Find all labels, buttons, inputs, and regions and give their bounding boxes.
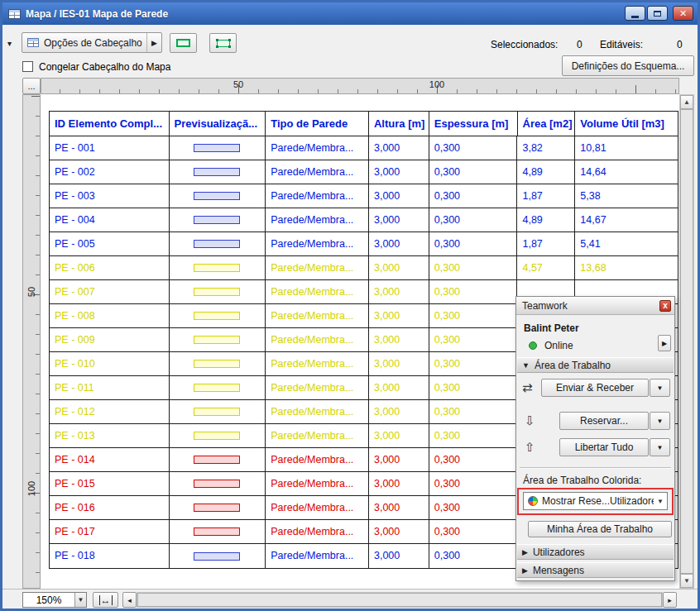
cell-height: 3,000	[369, 520, 429, 543]
wall-preview-swatch	[194, 384, 240, 392]
table-row[interactable]: PE - 005 Parede/Membra... 3,000 0,300 1,…	[50, 232, 678, 256]
h-scroll-thumb[interactable]	[137, 593, 662, 607]
cell-wall-type: Parede/Membra...	[266, 256, 369, 279]
ruler-corner-button[interactable]: ...	[22, 78, 41, 94]
table-row[interactable]: PE - 004 Parede/Membra... 3,000 0,300 4,…	[50, 208, 678, 232]
teamwork-titlebar[interactable]: Teamwork	[516, 297, 674, 315]
workspace-section-header[interactable]: ▼ Área de Trabalho	[517, 357, 674, 373]
cell-height: 3,000	[369, 208, 429, 232]
scroll-up-button[interactable]: ▲	[680, 95, 693, 109]
triangle-right-icon: ▶	[522, 548, 528, 556]
maximize-icon	[654, 11, 661, 17]
scroll-left-button[interactable]: ◂	[122, 592, 137, 608]
release-all-dropdown[interactable]: ▼	[650, 438, 670, 456]
cell-wall-type: Parede/Membra...	[266, 280, 369, 303]
statusbar: 150% ▼ ↔ ◂ ▸	[2, 589, 698, 609]
zoom-select[interactable]: 150% ▼	[22, 592, 87, 608]
cell-preview	[170, 352, 266, 375]
close-button[interactable]: ✕	[673, 6, 693, 21]
marquee-edit-button[interactable]	[209, 33, 237, 53]
cell-preview	[170, 136, 266, 160]
my-workspace-button[interactable]: Minha Área de Trabalho	[528, 521, 672, 537]
pie-icon	[528, 496, 538, 506]
marquee-handle-dot	[216, 45, 218, 48]
cell-preview	[170, 184, 266, 208]
header-cell-thickness[interactable]: Espessura [m]	[429, 112, 518, 136]
table-row[interactable]: PE - 002 Parede/Membra... 3,000 0,300 4,…	[50, 160, 678, 184]
freeze-header-label: Congelar Cabeçalho do Mapa	[39, 61, 170, 73]
messages-section-header[interactable]: ▶ Mensagens	[517, 562, 674, 578]
cell-volume: 14,67	[575, 208, 678, 232]
send-receive-button[interactable]: Enviar & Receber	[541, 379, 649, 397]
maximize-button[interactable]	[647, 6, 668, 21]
wall-preview-swatch	[194, 360, 240, 368]
wall-preview-swatch	[194, 312, 240, 320]
header-cell-area[interactable]: Área [m2]	[518, 112, 576, 136]
collapse-arrow-icon[interactable]: ▾	[7, 39, 12, 48]
users-section-header[interactable]: ▶ Utilizadores	[517, 544, 674, 560]
colored-workspace-select[interactable]: Mostrar Rese...Utilizadores ▼	[523, 492, 668, 510]
cell-wall-type: Parede/Membra...	[266, 304, 369, 327]
reserve-dropdown[interactable]: ▼	[650, 412, 670, 430]
v-scroll-thumb[interactable]	[680, 109, 693, 574]
cell-id: PE - 016	[50, 496, 170, 519]
minimize-button[interactable]	[625, 6, 645, 21]
cell-wall-type: Parede/Membra...	[266, 448, 369, 471]
cell-preview	[170, 208, 266, 232]
header-cell-id[interactable]: ID Elemento Compl...	[50, 112, 170, 136]
fit-width-button[interactable]: ↔	[93, 592, 118, 608]
titlebar[interactable]: Mapa / IES-01 Mapa de Parede ✕	[2, 2, 698, 25]
wall-preview-swatch	[194, 336, 240, 344]
header-options-label: Opções de Cabeçalho	[44, 37, 146, 49]
cell-area: 1,87	[517, 232, 575, 255]
window-icon	[8, 9, 21, 19]
header-cell-wall-type[interactable]: Tipo de Parede	[266, 112, 369, 136]
messages-section-label: Mensagens	[533, 565, 584, 576]
header-cell-preview[interactable]: Previsualizaçã...	[170, 112, 266, 136]
cell-id: PE - 011	[50, 376, 170, 399]
online-flyout-button[interactable]: ▶	[658, 335, 671, 351]
cell-wall-type: Parede/Membra...	[266, 496, 369, 519]
marquee-handle-dot	[216, 39, 218, 41]
table-row[interactable]: PE - 001 Parede/Membra... 3,000 0,300 3,…	[50, 136, 678, 160]
user-name: Balint Peter	[524, 322, 579, 334]
table-row[interactable]: PE - 003 Parede/Membra... 3,000 0,300 1,…	[50, 184, 678, 208]
cell-height: 3,000	[369, 304, 429, 327]
wall-preview-swatch	[194, 168, 240, 176]
zoom-value: 150%	[23, 594, 74, 606]
scheme-settings-button[interactable]: Definições do Esquema...	[562, 55, 694, 76]
flyout-arrow-icon: ▶	[146, 33, 161, 52]
zoom-dropdown-icon[interactable]: ▼	[74, 593, 86, 607]
scroll-right-button[interactable]: ▸	[663, 592, 677, 608]
cell-volume: 14,64	[575, 160, 678, 184]
triangle-right-icon: ▶	[522, 566, 528, 575]
reserve-button[interactable]: Reservar...	[559, 412, 649, 430]
cell-height: 3,000	[369, 256, 429, 279]
cell-thickness: 0,300	[429, 520, 518, 543]
wall-preview-swatch	[194, 264, 240, 272]
horizontal-scrollbar[interactable]	[137, 592, 663, 608]
send-receive-dropdown[interactable]: ▼	[650, 379, 670, 397]
online-status-icon	[529, 341, 537, 350]
header-cell-volume[interactable]: Volume Útil [m3]	[575, 112, 678, 136]
cell-height: 3,000	[369, 352, 429, 375]
cell-id: PE - 007	[50, 280, 170, 303]
teamwork-title: Teamwork	[522, 300, 568, 312]
vertical-ruler[interactable]: 50 100	[22, 94, 41, 589]
marquee-select-button[interactable]	[170, 33, 197, 53]
vertical-scrollbar[interactable]: ▲ ▼	[679, 94, 694, 589]
freeze-header-checkbox[interactable]	[22, 61, 33, 72]
header-cell-height[interactable]: Altura [m]	[369, 112, 429, 136]
header-options-button[interactable]: Opções de Cabeçalho ▶	[22, 32, 162, 53]
release-all-button[interactable]: Libertar Tudo	[559, 438, 649, 456]
horizontal-ruler[interactable]: 50 100	[41, 78, 679, 94]
table-row[interactable]: PE - 006 Parede/Membra... 3,000 0,300 4,…	[50, 256, 678, 280]
scroll-down-button[interactable]: ▼	[680, 574, 693, 588]
marquee-handles-icon	[217, 40, 230, 47]
cell-thickness: 0,300	[429, 136, 518, 160]
wall-preview-swatch	[194, 480, 240, 488]
editables-value: 0	[677, 39, 683, 50]
cell-height: 3,000	[369, 472, 429, 495]
selected-value: 0	[577, 39, 583, 50]
teamwork-close-button[interactable]: x	[659, 300, 671, 312]
